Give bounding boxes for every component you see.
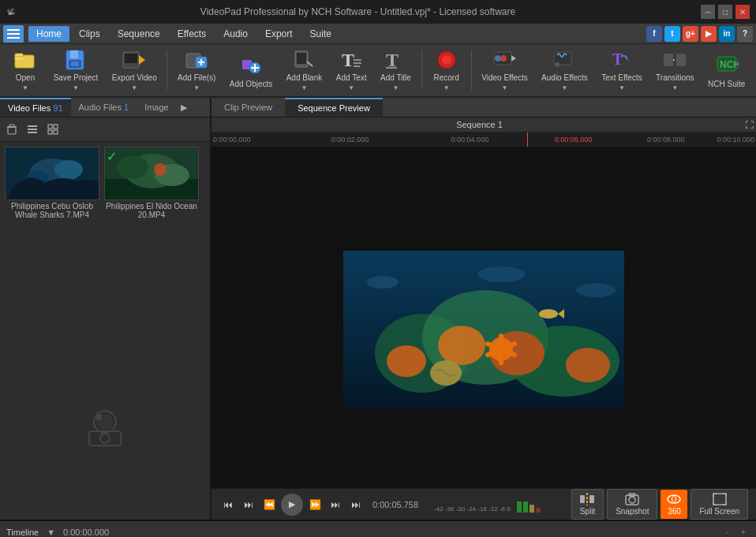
filename-1: Philippines El Nido Ocean 20.MP4: [104, 200, 199, 221]
threesixty-button[interactable]: 360: [661, 490, 687, 519]
delete-file-button[interactable]: [2, 120, 21, 139]
save-project-button[interactable]: Save Project ▼: [47, 47, 104, 93]
maximize-button[interactable]: □: [718, 5, 732, 19]
menu-audio[interactable]: Audio: [215, 26, 256, 42]
menu-home[interactable]: Home: [28, 26, 69, 42]
add-objects-button[interactable]: Add Objects: [223, 47, 279, 93]
expand-button[interactable]: ⛶: [745, 120, 754, 129]
svg-point-86: [477, 267, 525, 282]
svg-point-74: [387, 345, 426, 377]
rewind-button[interactable]: ⏪: [260, 496, 278, 513]
tab-audio-files[interactable]: Audio Files 1: [71, 99, 137, 116]
svg-rect-45: [8, 127, 16, 134]
export-video-button[interactable]: Export Video ▼: [106, 47, 163, 93]
google-icon[interactable]: g+: [683, 26, 698, 42]
youtube-icon[interactable]: ▶: [701, 26, 717, 42]
text-effects-icon: T: [609, 49, 634, 71]
minimize-button[interactable]: ─: [701, 5, 715, 19]
facebook-icon[interactable]: f: [646, 26, 662, 42]
timeline-header: Timeline ▼ 0:00:00.000 - +: [0, 521, 756, 537]
add-text-button[interactable]: T Add Text ▼: [330, 47, 372, 93]
svg-marker-12: [139, 55, 145, 65]
file-item-1[interactable]: ✓ Philippines El Nido Ocean 20.MP4: [104, 147, 199, 221]
audio-effects-button[interactable]: Audio Effects ▼: [535, 47, 593, 93]
svg-rect-95: [713, 494, 726, 505]
svg-rect-50: [28, 132, 37, 133]
file-toolbar: [0, 117, 210, 142]
next-frame-button[interactable]: ⏭: [327, 496, 344, 513]
svg-rect-11: [125, 54, 137, 63]
empty-drop-area: [0, 336, 210, 520]
tab-image-files[interactable]: Image: [137, 99, 177, 116]
text-effects-button[interactable]: T Text Effects ▼: [596, 47, 649, 93]
toolbar: Open ▼ Save Project ▼ Export Video ▼ Add…: [0, 44, 756, 98]
svg-rect-88: [580, 495, 585, 503]
video-effects-label: Video Effects: [481, 73, 528, 82]
separator-2: [421, 50, 422, 90]
help-icon[interactable]: ?: [737, 26, 753, 42]
transitions-button[interactable]: Transitions ▼: [649, 47, 700, 93]
video-effects-button[interactable]: Video Effects ▼: [476, 47, 534, 93]
file-tabs-arrow[interactable]: ▶: [177, 99, 191, 117]
file-item-0[interactable]: Philippines Cebu Oslob Whale Sharks 7.MP…: [5, 147, 99, 221]
export-label: Export Video: [112, 73, 157, 82]
svg-rect-47: [9, 125, 14, 127]
svg-point-64: [154, 163, 167, 176]
skip-to-start-button[interactable]: ⏮: [219, 496, 237, 513]
menu-export[interactable]: Export: [257, 26, 301, 42]
timeline-dropdown[interactable]: ▼: [47, 528, 55, 537]
nch-suite-icon: NCH: [714, 52, 739, 77]
add-files-label: Add File(s): [178, 73, 215, 82]
prev-frame-button[interactable]: ⏭: [240, 496, 257, 513]
tab-video-files[interactable]: Video Files 91: [0, 98, 71, 117]
svg-rect-1: [7, 33, 20, 35]
svg-point-87: [576, 283, 616, 297]
add-files-button[interactable]: Add File(s) ▼: [171, 47, 222, 93]
svg-text:T: T: [386, 50, 399, 70]
svg-point-31: [442, 55, 451, 65]
svg-point-83: [539, 309, 558, 319]
svg-point-34: [495, 55, 501, 62]
file-tabs: Video Files 91 Audio Files 1 Image ▶: [0, 98, 210, 117]
add-title-button[interactable]: T Add Title ▼: [374, 47, 417, 93]
menu-clips[interactable]: Clips: [71, 26, 108, 42]
linkedin-icon[interactable]: in: [719, 26, 735, 42]
window-title: VideoPad Professional by NCH Software - …: [15, 6, 701, 17]
svg-point-58: [54, 160, 83, 179]
twitter-icon[interactable]: t: [664, 26, 680, 42]
add-objects-label: Add Objects: [230, 80, 272, 88]
file-check-1: ✓: [107, 149, 117, 164]
split-button[interactable]: Split: [571, 489, 604, 520]
preview-ruler: 0:00:00.000 0:00:02.000 0:00:04.000 0:00…: [211, 132, 756, 147]
nch-suite-button[interactable]: NCH NCH Suite: [702, 47, 751, 93]
add-blank-button[interactable]: Add Blank ▼: [280, 47, 328, 93]
list-view-button[interactable]: [23, 120, 42, 139]
preview-tabs: Clip Preview Sequence Preview: [211, 98, 756, 117]
play-button[interactable]: ▶: [281, 494, 303, 516]
svg-point-67: [95, 414, 102, 420]
timeline-zoom-in[interactable]: +: [737, 526, 750, 538]
record-button[interactable]: Record ▼: [426, 47, 467, 93]
menu-effects[interactable]: Effects: [170, 26, 214, 42]
snapshot-button[interactable]: Snapshot: [607, 489, 657, 520]
grid-view-button[interactable]: [43, 120, 62, 139]
open-button[interactable]: Open ▼: [5, 47, 46, 93]
menu-suite[interactable]: Suite: [302, 26, 339, 42]
timeline-zoom-out[interactable]: -: [721, 526, 734, 538]
audio-effects-label: Audio Effects: [541, 73, 588, 82]
window-controls[interactable]: ─ □ ✕: [701, 5, 750, 19]
add-title-label: Add Title: [380, 73, 411, 82]
fullscreen-button[interactable]: Full Screen: [691, 489, 748, 520]
menu-sequence[interactable]: Sequence: [110, 26, 168, 42]
tab-sequence-preview[interactable]: Sequence Preview: [285, 98, 383, 117]
main-content: Video Files 91 Audio Files 1 Image ▶: [0, 98, 756, 520]
video-frame: [343, 251, 624, 385]
sequence-title: Sequence 1 ⛶: [211, 117, 756, 132]
hamburger-menu[interactable]: [3, 25, 24, 43]
forward-button[interactable]: ⏩: [306, 496, 324, 513]
close-button[interactable]: ✕: [735, 5, 750, 19]
add-blank-label: Add Blank: [286, 73, 323, 82]
tab-clip-preview[interactable]: Clip Preview: [211, 99, 285, 116]
skip-to-end-button[interactable]: ⏭: [347, 496, 365, 513]
timeline-time: 0:00:00.000: [63, 528, 109, 537]
